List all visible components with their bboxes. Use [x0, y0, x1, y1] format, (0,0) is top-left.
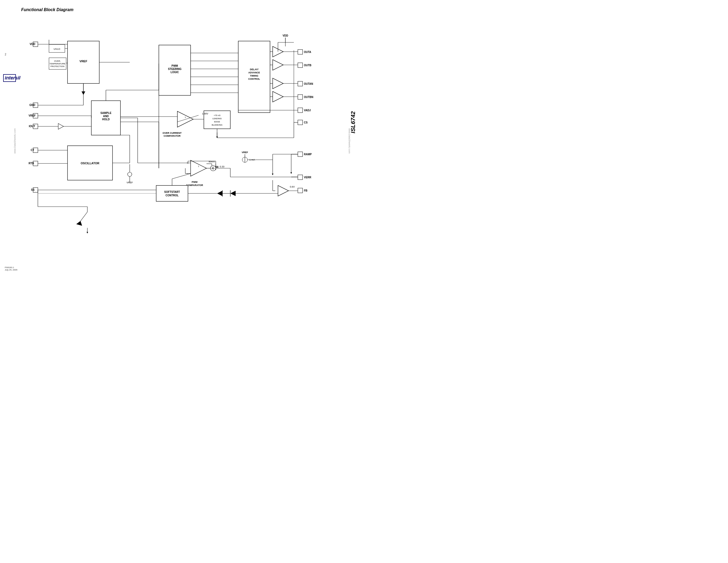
svg-rect-58 [298, 95, 303, 99]
svg-marker-172 [76, 221, 82, 226]
svg-rect-62 [298, 120, 303, 125]
svg-text:VDD: VDD [282, 34, 288, 37]
svg-text:VREF: VREF [79, 60, 87, 63]
svg-rect-68 [298, 188, 303, 193]
svg-marker-32 [191, 160, 206, 176]
svg-text:OVER CURRENT: OVER CURRENT [163, 132, 182, 134]
svg-text:FB: FB [304, 189, 307, 192]
svg-text:LOGIC: LOGIC [170, 71, 179, 74]
svg-marker-98 [58, 123, 64, 129]
svg-text:OSCILLATOR: OSCILLATOR [81, 162, 100, 165]
diagram-title: Functional Block Diagram [21, 7, 73, 12]
svg-text:LEADING: LEADING [212, 117, 222, 120]
svg-text:TIMING: TIMING [250, 74, 258, 77]
svg-text:OUTB: OUTB [304, 64, 311, 67]
svg-text:COMPARATOR: COMPARATOR [164, 135, 181, 137]
svg-text:CONTROL: CONTROL [165, 194, 178, 197]
svg-text:1.00V: 1.00V [202, 112, 208, 115]
svg-marker-49 [273, 60, 283, 70]
svg-rect-64 [298, 152, 303, 156]
svg-point-141 [128, 172, 132, 176]
svg-text:ADVANCE: ADVANCE [248, 71, 260, 74]
svg-text:1: 1 [198, 165, 199, 167]
svg-text:PROTECTION: PROTECTION [51, 65, 65, 68]
functional-block-diagram: VREF UVLO OVER- TEMPERATURE PROTECTION S… [19, 16, 352, 267]
svg-rect-52 [298, 50, 303, 54]
svg-text:VADJ: VADJ [304, 109, 311, 112]
svg-text:OUTAN: OUTAN [304, 82, 313, 85]
watermark-left: www.DataSheet4U.com [14, 128, 16, 153]
footnote: FN9183.1 July 25, 2005 [5, 266, 17, 271]
svg-marker-150 [278, 185, 289, 196]
page: www.DataSheet4U.com www.DataSheet4U.com … [0, 0, 364, 282]
svg-text:TEMPERATURE: TEMPERATURE [50, 62, 65, 65]
svg-text:COMPARATOR: COMPARATOR [186, 184, 203, 186]
svg-text:+70 nS: +70 nS [214, 114, 221, 117]
svg-text:UVLO: UVLO [54, 48, 60, 50]
svg-rect-56 [298, 81, 303, 86]
svg-rect-54 [298, 63, 303, 68]
svg-text:✕: ✕ [212, 167, 214, 169]
svg-text:1: 1 [185, 116, 186, 118]
svg-text:RAMP: RAMP [304, 153, 312, 156]
svg-marker-152 [217, 191, 222, 196]
svg-text:VDD: VDD [30, 43, 35, 46]
page-number: 2 [5, 53, 6, 56]
svg-marker-51 [273, 91, 283, 102]
svg-rect-66 [298, 175, 303, 180]
svg-text:CS: CS [304, 121, 308, 124]
svg-line-171 [79, 212, 87, 222]
svg-text:VREF: VREF [242, 151, 248, 154]
svg-text:PWM: PWM [192, 181, 197, 183]
svg-text:STEERING: STEERING [168, 68, 181, 70]
svg-text:VERR: VERR [304, 176, 312, 179]
svg-marker-23 [177, 111, 193, 127]
svg-text:RTD: RTD [29, 162, 34, 165]
svg-text:SOFTSTART: SOFTSTART [164, 190, 180, 193]
svg-text:80mV: 80mV [209, 160, 215, 163]
svg-text:EDGE: EDGE [214, 120, 220, 123]
svg-text:HOLD: HOLD [102, 118, 110, 121]
svg-text:AND: AND [103, 115, 109, 118]
svg-rect-45 [156, 185, 188, 201]
svg-text:CONTROL: CONTROL [248, 78, 260, 80]
svg-rect-60 [298, 108, 303, 113]
svg-text:OUTA: OUTA [304, 51, 311, 53]
svg-text:OUTBN: OUTBN [304, 96, 313, 98]
svg-text:0.6V: 0.6V [290, 185, 295, 188]
svg-text:GND: GND [29, 104, 35, 106]
svg-text:SS: SS [31, 188, 35, 191]
svg-marker-50 [273, 78, 283, 89]
svg-text:CT: CT [31, 149, 34, 151]
svg-line-181 [172, 173, 191, 179]
svg-text:DELAY/: DELAY/ [250, 68, 259, 71]
svg-text:BLANKING: BLANKING [212, 124, 222, 126]
svg-text:OVER-: OVER- [54, 60, 61, 62]
intersil-logo: intersil [3, 74, 16, 82]
svg-marker-154 [230, 191, 236, 196]
svg-text:0.33: 0.33 [220, 165, 224, 168]
svg-text:VREF: VREF [29, 114, 36, 117]
svg-text:SAMPLE: SAMPLE [100, 111, 111, 114]
svg-text:PWM: PWM [172, 64, 178, 67]
svg-text:IOUT: IOUT [29, 125, 35, 128]
